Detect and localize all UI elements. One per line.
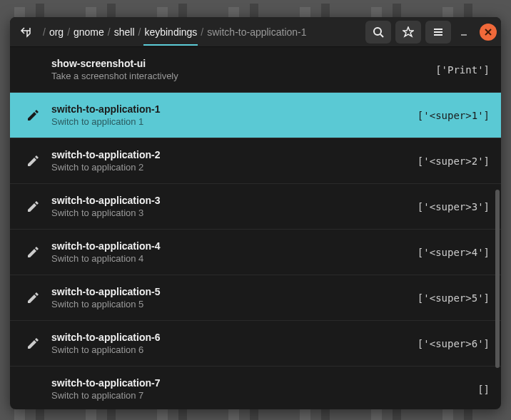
settings-list: show-screenshot-uiTake a screenshot inte… (10, 47, 501, 409)
row-text: switch-to-application-4Switch to applica… (51, 240, 408, 264)
row-desc: Switch to application 1 (51, 116, 408, 127)
row-title: switch-to-application-6 (51, 332, 408, 343)
breadcrumb-sep: / (108, 26, 111, 38)
row-text: show-screenshot-uiTake a screenshot inte… (51, 58, 425, 81)
list-row[interactable]: switch-to-application-3Switch to applica… (10, 184, 501, 230)
breadcrumb-sep: / (67, 26, 70, 38)
row-value: [] (477, 384, 490, 395)
row-desc: Switch to application 2 (51, 162, 408, 173)
list-row[interactable]: switch-to-application-2Switch to applica… (10, 138, 501, 184)
breadcrumb-item-current[interactable]: switch-to-application-1 (206, 25, 307, 39)
menu-button[interactable] (425, 21, 451, 43)
row-text: switch-to-application-2Switch to applica… (51, 149, 408, 173)
scrollbar-thumb[interactable] (495, 190, 500, 368)
row-text: switch-to-application-5Switch to applica… (51, 286, 408, 309)
breadcrumb-item-shell[interactable]: shell (113, 25, 136, 39)
svg-line-1 (380, 34, 383, 37)
pencil-icon (24, 153, 41, 170)
row-value: ['Print'] (435, 64, 490, 76)
breadcrumb-item-org[interactable]: org (49, 25, 64, 39)
breadcrumb-item-keybindings[interactable]: keybindings (143, 19, 198, 46)
list-row[interactable]: switch-to-application-6Switch to applica… (10, 321, 501, 367)
breadcrumb-item-gnome[interactable]: gnome (73, 25, 105, 39)
row-text: switch-to-application-6Switch to applica… (51, 332, 408, 355)
list-row[interactable]: show-screenshot-uiTake a screenshot inte… (10, 47, 501, 93)
close-button[interactable] (480, 24, 497, 41)
row-value: ['<super>5'] (418, 292, 490, 304)
minimize-button[interactable] (455, 24, 472, 41)
back-button[interactable] (14, 21, 37, 43)
row-title: switch-to-application-5 (51, 286, 408, 297)
search-button[interactable] (365, 21, 391, 43)
pencil-icon (24, 198, 41, 215)
pencil-icon (24, 244, 41, 261)
row-desc: Switch to application 3 (51, 208, 408, 218)
svg-rect-3 (434, 29, 442, 30)
row-text: switch-to-application-1Switch to applica… (51, 103, 408, 127)
row-desc: Take a screenshot interactively (51, 71, 425, 81)
row-value: ['<super>1'] (418, 110, 490, 121)
row-text: switch-to-application-3Switch to applica… (51, 195, 408, 218)
row-desc: Switch to application 4 (51, 253, 408, 264)
pencil-icon (24, 107, 41, 124)
row-value: ['<super>2'] (418, 155, 490, 167)
svg-rect-5 (434, 34, 442, 36)
list-row[interactable]: switch-to-application-7Switch to applica… (10, 367, 501, 409)
app-window: / org / gnome / shell / keybindings / sw… (10, 17, 501, 409)
breadcrumb: / org / gnome / shell / keybindings / sw… (40, 19, 363, 46)
star-icon (403, 26, 414, 38)
navigate-icon (20, 26, 31, 38)
headerbar: / org / gnome / shell / keybindings / sw… (10, 17, 501, 47)
row-title: switch-to-application-4 (51, 240, 408, 252)
pencil-icon (24, 381, 41, 398)
list-row[interactable]: switch-to-application-5Switch to applica… (10, 275, 501, 321)
row-title: switch-to-application-7 (51, 377, 467, 389)
search-icon (373, 26, 384, 38)
row-value: ['<super>6'] (418, 338, 490, 349)
hamburger-icon (432, 26, 444, 38)
row-desc: Switch to application 5 (51, 299, 408, 309)
row-value: ['<super>4'] (418, 247, 490, 258)
row-title: switch-to-application-3 (51, 195, 408, 206)
svg-rect-6 (461, 34, 467, 36)
row-desc: Switch to application 7 (51, 390, 467, 401)
content-area[interactable]: show-screenshot-uiTake a screenshot inte… (10, 47, 501, 409)
header-actions (365, 21, 497, 43)
list-row[interactable]: switch-to-application-4Switch to applica… (10, 230, 501, 275)
svg-point-0 (374, 28, 381, 35)
breadcrumb-sep: / (138, 26, 141, 38)
favorite-button[interactable] (395, 21, 421, 43)
breadcrumb-sep: / (43, 26, 46, 38)
row-value: ['<super>3'] (418, 201, 490, 212)
pencil-icon (24, 61, 41, 78)
list-row[interactable]: switch-to-application-1Switch to applica… (10, 93, 501, 138)
svg-rect-4 (434, 31, 442, 33)
pencil-icon (24, 290, 41, 307)
pencil-icon (24, 335, 41, 352)
minimize-icon (459, 27, 469, 37)
row-desc: Switch to application 6 (51, 344, 408, 355)
row-title: switch-to-application-1 (51, 103, 408, 115)
row-text: switch-to-application-7Switch to applica… (51, 377, 467, 401)
row-title: show-screenshot-ui (51, 58, 425, 69)
close-icon (485, 29, 492, 36)
breadcrumb-sep: / (201, 26, 203, 38)
svg-marker-2 (403, 27, 413, 36)
row-title: switch-to-application-2 (51, 149, 408, 160)
